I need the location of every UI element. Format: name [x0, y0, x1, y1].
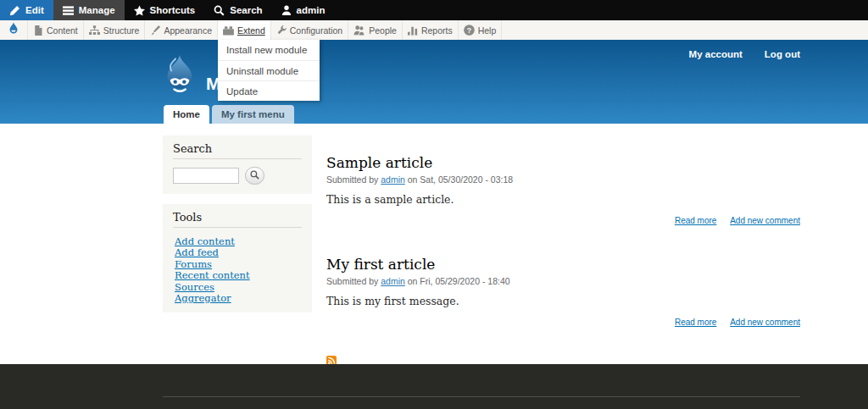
menu-item-people[interactable]: People	[348, 20, 402, 40]
site-footer	[0, 364, 868, 409]
admin-bar-shortcuts-button[interactable]: Shortcuts	[125, 0, 205, 20]
pencil-icon	[9, 5, 20, 16]
article-body-text: This is my first message.	[326, 295, 800, 307]
search-icon	[214, 5, 225, 16]
search-form	[173, 167, 302, 185]
menu-item-structure-label: Structure	[103, 25, 140, 36]
submitted-prefix: Submitted by	[326, 276, 378, 286]
admin-bar-shortcuts-label: Shortcuts	[150, 5, 196, 15]
menu-item-content[interactable]: Content	[27, 20, 83, 40]
footer-divider	[163, 396, 800, 397]
tools-link-sources[interactable]: Sources	[175, 281, 214, 293]
article-teaser: Sample article Submitted by admin on Sat…	[326, 154, 800, 225]
article-body-text: This is a sample article.	[326, 193, 800, 206]
star-icon	[134, 5, 145, 16]
author-link[interactable]: admin	[381, 276, 405, 286]
module-icon	[223, 25, 234, 36]
brush-icon	[150, 25, 160, 36]
sidebar-first: Search Tools Add content Add feed Forums…	[163, 135, 312, 323]
menu-item-configuration[interactable]: Configuration	[270, 20, 348, 40]
menu-item-structure[interactable]: Structure	[83, 20, 145, 40]
tools-link-aggregator[interactable]: Aggregator	[175, 292, 231, 304]
drupal-logo-icon	[158, 53, 202, 103]
submitted-date: on Sat, 05/30/2020 - 03:18	[408, 174, 513, 185]
tools-block: Tools Add content Add feed Forums Recent…	[163, 204, 312, 312]
wrench-icon	[276, 25, 287, 36]
people-icon	[353, 25, 365, 36]
read-more-link[interactable]: Read more	[675, 216, 716, 225]
tools-link-recent-content[interactable]: Recent content	[175, 269, 250, 281]
add-new-comment-link[interactable]: Add new comment	[730, 318, 800, 327]
admin-toolbar: Edit Manage Shortcuts Search admin	[0, 0, 868, 20]
menu-item-extend-label: Extend	[237, 25, 265, 36]
menu-item-extend[interactable]: Extend Install new module Uninstall modu…	[217, 20, 270, 40]
magnifier-icon	[250, 169, 259, 182]
search-submit-button[interactable]	[245, 167, 264, 185]
bar-chart-icon	[408, 25, 418, 36]
tools-link-add-feed[interactable]: Add feed	[175, 246, 219, 258]
article-teaser: My first article Submitted by admin on F…	[326, 256, 800, 327]
tools-menu: Add content Add feed Forums Recent conte…	[173, 235, 302, 303]
article-title-link[interactable]: Sample article	[326, 154, 800, 171]
drupal-site-page: Edit Manage Shortcuts Search admin Conte…	[0, 0, 868, 409]
list-item: Aggregator	[175, 292, 302, 303]
submitted-date: on Fri, 05/29/2020 - 18:40	[408, 276, 510, 286]
menu-item-reports-label: Reports	[421, 25, 453, 36]
menu-item-reports[interactable]: Reports	[402, 20, 458, 40]
extend-dropdown-menu: Install new module Uninstall module Upda…	[218, 40, 320, 101]
primary-tabs: Home My first menu	[164, 105, 294, 124]
admin-bar-edit-button[interactable]: Edit	[0, 0, 53, 20]
admin-bar-user-button[interactable]: admin	[272, 0, 335, 20]
admin-bar-manage-label: Manage	[79, 5, 115, 15]
tab-my-first-menu[interactable]: My first menu	[212, 105, 294, 124]
menu-item-content-label: Content	[47, 25, 78, 36]
submitted-prefix: Submitted by	[326, 174, 378, 185]
menu-item-configuration-label: Configuration	[290, 25, 342, 36]
my-account-link[interactable]: My account	[689, 49, 743, 59]
admin-bar-search-label: Search	[230, 5, 262, 15]
file-icon	[33, 25, 43, 36]
menu-item-update[interactable]: Update	[218, 80, 320, 101]
list-item: Add feed	[175, 246, 302, 257]
drupal-droplet-icon	[6, 21, 21, 40]
search-block: Search	[163, 135, 312, 194]
menu-item-appearance-label: Appearance	[164, 25, 212, 36]
drupal-logo-small[interactable]	[0, 20, 27, 40]
menu-item-install-new-module[interactable]: Install new module	[218, 40, 320, 60]
menu-item-uninstall-module[interactable]: Uninstall module	[218, 60, 320, 80]
article-submitted-line: Submitted by admin on Fri, 05/29/2020 - …	[326, 276, 800, 286]
list-item: Forums	[175, 258, 302, 269]
tools-link-add-content[interactable]: Add content	[175, 235, 235, 247]
site-branding[interactable]: M	[158, 53, 221, 103]
admin-bar-user-label: admin	[297, 5, 326, 15]
read-more-link[interactable]: Read more	[675, 318, 716, 327]
search-input[interactable]	[173, 168, 239, 184]
admin-bar-edit-label: Edit	[25, 5, 44, 15]
node-list: Sample article Submitted by admin on Sat…	[326, 154, 800, 369]
admin-bar-search-button[interactable]: Search	[204, 0, 271, 20]
help-icon: ?	[464, 25, 475, 36]
main-content-region: Search Tools Add content Add feed Forums…	[0, 124, 868, 364]
tab-home[interactable]: Home	[164, 105, 209, 124]
add-new-comment-link[interactable]: Add new comment	[730, 216, 800, 225]
article-title-link[interactable]: My first article	[326, 256, 800, 273]
user-icon	[281, 5, 292, 15]
author-link[interactable]: admin	[381, 174, 405, 185]
log-out-link[interactable]: Log out	[765, 49, 800, 59]
article-submitted-line: Submitted by admin on Sat, 05/30/2020 - …	[326, 174, 800, 185]
tools-link-forums[interactable]: Forums	[175, 258, 212, 270]
list-item: Sources	[175, 281, 302, 292]
list-item: Recent content	[175, 269, 302, 280]
list-item: Add content	[175, 235, 302, 246]
menu-item-help-label: Help	[478, 25, 497, 36]
sitemap-icon	[89, 25, 100, 36]
admin-menu-tray: Content Structure Appearance Extend Inst…	[0, 20, 868, 40]
hamburger-icon	[63, 5, 74, 16]
secondary-menu: My account Log out	[689, 49, 800, 59]
menu-item-help[interactable]: ? Help	[458, 20, 503, 40]
menu-item-appearance[interactable]: Appearance	[144, 20, 217, 40]
admin-bar-manage-button[interactable]: Manage	[53, 0, 125, 20]
tools-block-title: Tools	[173, 211, 302, 228]
search-block-title: Search	[173, 142, 302, 159]
svg-text:?: ?	[466, 26, 470, 35]
